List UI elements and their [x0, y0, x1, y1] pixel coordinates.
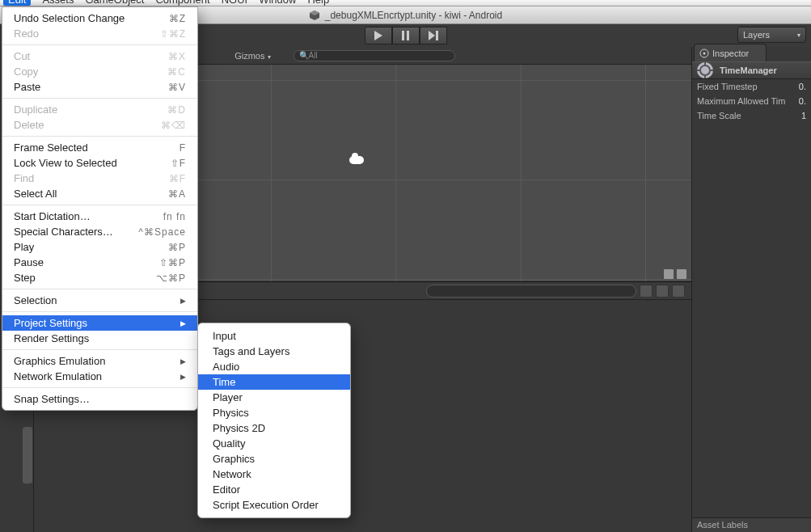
menu-cut[interactable]: Cut⌘X	[2, 49, 197, 64]
mac-menubar: Edit Assets GameObject Component NGUI Wi…	[0, 0, 811, 6]
panel-menu-icon[interactable]	[677, 269, 686, 279]
svg-rect-3	[402, 31, 404, 40]
window-title: _debugXMLEncrtypt.unity - kiwi - Android	[325, 10, 502, 21]
svg-rect-4	[407, 31, 409, 40]
menu-graphics-emulation[interactable]: Graphics Emulation	[2, 353, 197, 369]
pause-button[interactable]	[392, 27, 420, 44]
filter-icon[interactable]	[640, 285, 653, 298]
submenu-player[interactable]: Player	[198, 390, 350, 405]
svg-marker-2	[374, 31, 382, 40]
unity-icon	[309, 10, 320, 21]
svg-rect-6	[436, 31, 438, 40]
menubar-ngui[interactable]: NGUI	[222, 0, 248, 6]
svg-marker-5	[429, 31, 435, 40]
menu-frame-selected[interactable]: Frame SelectedF	[2, 140, 197, 155]
menu-play[interactable]: Play⌘P	[2, 239, 197, 255]
submenu-script-order[interactable]: Script Execution Order	[198, 497, 350, 513]
menu-paste[interactable]: Paste⌘V	[2, 79, 197, 95]
menu-render-settings[interactable]: Render Settings	[2, 331, 197, 346]
menu-pause[interactable]: Pause⇧⌘P	[2, 255, 197, 270]
step-button[interactable]	[420, 27, 447, 44]
inspector-tab[interactable]: Inspector	[694, 44, 767, 61]
favorite-icon[interactable]	[672, 285, 685, 298]
submenu-physics[interactable]: Physics	[198, 405, 350, 420]
inspector-icon	[699, 49, 709, 58]
submenu-quality[interactable]: Quality	[198, 436, 350, 451]
inspector-tab-label: Inspector	[712, 49, 749, 58]
inspector-component-header[interactable]: TimeManager	[692, 61, 811, 79]
play-button[interactable]	[365, 27, 392, 44]
field-max-allowed-time[interactable]: Maximum Allowed Tim0.	[692, 94, 811, 108]
field-fixed-timestep[interactable]: Fixed Timestep0.	[692, 79, 811, 94]
menubar-gameobject[interactable]: GameObject	[85, 0, 144, 6]
submenu-input[interactable]: Input	[198, 328, 350, 344]
submenu-time[interactable]: Time	[198, 374, 350, 390]
menubar-window[interactable]: Window	[259, 0, 296, 6]
project-search[interactable]	[426, 285, 636, 298]
menubar-assets[interactable]: Assets	[42, 0, 74, 6]
lock-icon[interactable]	[664, 269, 674, 279]
submenu-tags[interactable]: Tags and Layers	[198, 344, 350, 359]
menu-copy[interactable]: Copy⌘C	[2, 64, 197, 79]
menu-delete[interactable]: Delete⌘⌫	[2, 117, 197, 133]
edit-menu: Undo Selection Change⌘Z Redo⇧⌘Z Cut⌘X Co…	[2, 6, 198, 411]
menu-snap-settings[interactable]: Snap Settings…	[2, 391, 197, 407]
menu-selection[interactable]: Selection	[2, 293, 197, 308]
menubar-component[interactable]: Component	[155, 0, 209, 6]
menu-duplicate[interactable]: Duplicate⌘D	[2, 102, 197, 117]
submenu-graphics[interactable]: Graphics	[198, 451, 350, 467]
field-time-scale[interactable]: Time Scale1	[692, 108, 811, 123]
menu-special-chars[interactable]: Special Characters…^⌘Space	[2, 224, 197, 239]
menu-network-emulation[interactable]: Network Emulation	[2, 369, 197, 384]
menubar-help[interactable]: Help	[307, 0, 329, 6]
project-settings-submenu: Input Tags and Layers Audio Time Player …	[197, 323, 351, 518]
menu-start-dictation[interactable]: Start Dictation…fn fn	[2, 209, 197, 224]
layers-label: Layers	[743, 30, 770, 40]
gear-icon	[695, 61, 715, 80]
menu-project-settings[interactable]: Project Settings	[2, 315, 197, 331]
menu-lock-view[interactable]: Lock View to Selected⇧F	[2, 155, 197, 171]
submenu-audio[interactable]: Audio	[198, 359, 350, 374]
menu-redo[interactable]: Redo⇧⌘Z	[2, 26, 197, 41]
submenu-editor[interactable]: Editor	[198, 482, 350, 497]
submenu-network[interactable]: Network	[198, 467, 350, 482]
menu-step[interactable]: Step⌥⌘P	[2, 270, 197, 285]
gizmos-dropdown[interactable]: Gizmos ▾	[234, 51, 270, 61]
filter-icon-2[interactable]	[656, 285, 669, 298]
inspector-panel: Inspector TimeManager Fixed Timestep0. M…	[691, 47, 811, 532]
asset-labels-section: Asset Labels	[692, 517, 811, 532]
menu-select-all[interactable]: Select All⌘A	[2, 186, 197, 201]
hierarchy-scrollbar[interactable]	[23, 427, 32, 483]
component-title: TimeManager	[720, 65, 777, 75]
panel-lock-row	[664, 269, 688, 281]
menubar-edit[interactable]: Edit	[3, 0, 31, 6]
scene-search[interactable]: 🔍All	[294, 50, 455, 61]
scene-gizmo-icon	[349, 156, 364, 164]
submenu-physics2d[interactable]: Physics 2D	[198, 420, 350, 436]
svg-point-8	[703, 52, 706, 54]
layers-dropdown[interactable]: Layers▾	[737, 27, 806, 43]
menu-undo[interactable]: Undo Selection Change⌘Z	[2, 11, 197, 26]
menu-find[interactable]: Find⌘F	[2, 171, 197, 186]
